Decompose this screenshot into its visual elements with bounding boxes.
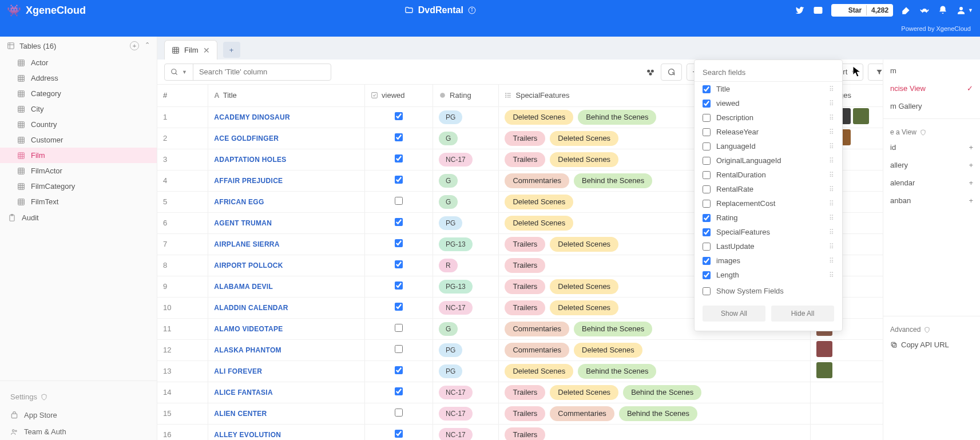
row-title-link[interactable]: ADAPTATION HOLES bbox=[214, 156, 286, 164]
feature-chip[interactable]: Trailers bbox=[505, 385, 545, 400]
rating-badge[interactable]: NC-17 bbox=[439, 153, 473, 167]
table-item-customer[interactable]: Customer bbox=[0, 132, 157, 148]
viewed-checkbox[interactable] bbox=[395, 239, 403, 247]
rating-badge[interactable]: PG bbox=[439, 110, 462, 124]
feature-chip[interactable]: Behind the Scenes bbox=[574, 173, 652, 188]
rating-badge[interactable]: PG bbox=[439, 364, 462, 378]
user-menu[interactable]: ▼ bbox=[956, 5, 973, 15]
drag-icon[interactable]: ⠿ bbox=[829, 228, 834, 236]
feature-chip[interactable]: Deleted Scenes bbox=[505, 195, 573, 209]
powered-by[interactable]: Powered by XgeneCloud bbox=[901, 25, 971, 32]
field-toggle-specialfeatures[interactable]: SpecialFeatures⠿ bbox=[695, 225, 842, 239]
drag-icon[interactable]: ⠿ bbox=[829, 171, 834, 179]
table-row[interactable]: 10 ALADDIN CALENDAR NC-17 TrailersDelete… bbox=[157, 297, 980, 318]
field-toggle-releaseyear[interactable]: ReleaseYear⠿ bbox=[695, 125, 842, 139]
viewed-checkbox[interactable] bbox=[395, 154, 403, 162]
add-tab-button[interactable]: + bbox=[223, 42, 240, 58]
search-column-selector[interactable]: ▼ bbox=[165, 64, 193, 80]
feature-chip[interactable]: Behind the Scenes bbox=[623, 385, 701, 400]
viewed-checkbox[interactable] bbox=[395, 282, 403, 290]
create-view-type[interactable]: anban+ bbox=[883, 192, 980, 209]
share-icon[interactable] bbox=[645, 66, 656, 78]
fields-search-input[interactable] bbox=[695, 64, 842, 82]
table-row[interactable]: 12 ALASKA PHANTOM PG CommentariesDeleted… bbox=[157, 339, 980, 360]
bell-icon[interactable] bbox=[938, 5, 948, 15]
feature-chip[interactable]: Trailers bbox=[505, 279, 545, 294]
viewed-checkbox[interactable] bbox=[395, 197, 403, 205]
discord-icon[interactable] bbox=[813, 5, 823, 15]
table-row[interactable]: 2 ACE GOLDFINGER G TrailersDeleted Scene… bbox=[157, 128, 980, 149]
table-row[interactable]: 8 AIRPORT POLLOCK R Trailers bbox=[157, 255, 980, 276]
feature-chip[interactable]: Commentaries bbox=[505, 322, 569, 336]
col-viewed[interactable]: viewed bbox=[365, 85, 433, 106]
row-title-link[interactable]: AFRICAN EGG bbox=[214, 198, 264, 206]
row-title-link[interactable]: AFFAIR PREJUDICE bbox=[214, 177, 283, 185]
project-title[interactable]: DvdRental bbox=[86, 5, 795, 15]
table-row[interactable]: 3 ADAPTATION HOLES NC-17 TrailersDeleted… bbox=[157, 149, 980, 170]
table-item-address[interactable]: Address bbox=[0, 70, 157, 86]
table-row[interactable]: 1 ACADEMY DINOSAUR PG Deleted ScenesBehi… bbox=[157, 106, 980, 128]
rating-badge[interactable]: NC-17 bbox=[439, 301, 473, 315]
table-item-filmtext[interactable]: FilmText bbox=[0, 194, 157, 209]
rating-badge[interactable]: PG-13 bbox=[439, 237, 473, 251]
plus-icon[interactable]: + bbox=[969, 161, 973, 169]
team-auth-item[interactable]: Team & Auth bbox=[0, 423, 157, 440]
create-view-type[interactable]: alendar+ bbox=[883, 174, 980, 192]
feature-chip[interactable]: Deleted Scenes bbox=[550, 279, 618, 294]
row-title-link[interactable]: ALLEY EVOLUTION bbox=[214, 431, 281, 439]
viewed-checkbox[interactable] bbox=[395, 387, 403, 395]
sidebar-tables-header[interactable]: Tables (16) + ⌃ bbox=[0, 37, 157, 55]
row-title-link[interactable]: ACADEMY DINOSAUR bbox=[214, 113, 290, 121]
row-title-link[interactable]: ALADDIN CALENDAR bbox=[214, 304, 288, 312]
plus-icon[interactable]: + bbox=[969, 143, 973, 152]
app-store-item[interactable]: App Store bbox=[0, 407, 157, 423]
show-system-fields[interactable]: Show System Fields bbox=[695, 282, 842, 300]
table-row[interactable]: 9 ALABAMA DEVIL PG-13 TrailersDeleted Sc… bbox=[157, 276, 980, 297]
field-toggle-rentalrate[interactable]: RentalRate⠿ bbox=[695, 182, 842, 196]
rating-badge[interactable]: PG-13 bbox=[439, 280, 473, 294]
create-view-type[interactable]: id+ bbox=[883, 138, 980, 156]
view-item[interactable]: m bbox=[883, 62, 980, 80]
field-toggle-replacementcost[interactable]: ReplacementCost⠿ bbox=[695, 196, 842, 211]
rating-badge[interactable]: NC-17 bbox=[439, 386, 473, 399]
row-title-link[interactable]: AIRPORT POLLOCK bbox=[214, 261, 283, 269]
search-input[interactable] bbox=[193, 68, 331, 76]
field-toggle-images[interactable]: images⠿ bbox=[695, 253, 842, 268]
github-star-button[interactable]: Star 4,282 bbox=[831, 4, 893, 17]
table-row[interactable]: 7 AIRPLANE SIERRA PG-13 TrailersDeleted … bbox=[157, 233, 980, 255]
thumbnail[interactable] bbox=[816, 341, 832, 357]
field-toggle-lastupdate[interactable]: LastUpdate⠿ bbox=[695, 239, 842, 253]
feature-chip[interactable]: Behind the Scenes bbox=[574, 322, 652, 336]
reload-button[interactable] bbox=[661, 64, 682, 81]
feature-chip[interactable]: Behind the Scenes bbox=[578, 110, 656, 125]
add-table-icon[interactable]: + bbox=[130, 41, 139, 50]
row-title-link[interactable]: ALABAMA DEVIL bbox=[214, 283, 273, 291]
feature-chip[interactable]: Deleted Scenes bbox=[574, 343, 642, 358]
drag-icon[interactable]: ⠿ bbox=[829, 257, 834, 265]
rating-badge[interactable]: G bbox=[439, 174, 458, 188]
feature-chip[interactable]: Trailers bbox=[505, 258, 545, 273]
rating-badge[interactable]: G bbox=[439, 132, 458, 145]
rating-badge[interactable]: G bbox=[439, 195, 458, 209]
table-row[interactable]: 11 ALAMO VIDEOTAPE G CommentariesBehind … bbox=[157, 318, 980, 339]
feature-chip[interactable]: Trailers bbox=[505, 131, 545, 146]
feature-chip[interactable]: Commentaries bbox=[505, 343, 569, 358]
feature-chip[interactable]: Trailers bbox=[505, 300, 545, 315]
hide-all-button[interactable]: Hide All bbox=[771, 306, 834, 322]
col-title[interactable]: ATitle bbox=[208, 85, 365, 106]
viewed-checkbox[interactable] bbox=[395, 218, 403, 226]
table-item-country[interactable]: Country bbox=[0, 117, 157, 132]
thumbnail[interactable] bbox=[853, 108, 869, 124]
feature-chip[interactable]: Trailers bbox=[505, 237, 545, 252]
feature-chip[interactable]: Trailers bbox=[505, 152, 545, 167]
view-item[interactable]: m Gallery bbox=[883, 97, 980, 115]
feature-chip[interactable]: Behind the Scenes bbox=[619, 406, 697, 421]
viewed-checkbox[interactable] bbox=[395, 176, 403, 184]
feature-chip[interactable]: Deleted Scenes bbox=[550, 300, 618, 315]
table-item-filmcategory[interactable]: FilmCategory bbox=[0, 179, 157, 194]
viewed-checkbox[interactable] bbox=[395, 345, 403, 353]
viewed-checkbox[interactable] bbox=[395, 112, 403, 120]
row-title-link[interactable]: ALASKA PHANTOM bbox=[214, 346, 281, 354]
table-item-film[interactable]: Film bbox=[0, 148, 157, 163]
table-item-filmactor[interactable]: FilmActor bbox=[0, 163, 157, 179]
